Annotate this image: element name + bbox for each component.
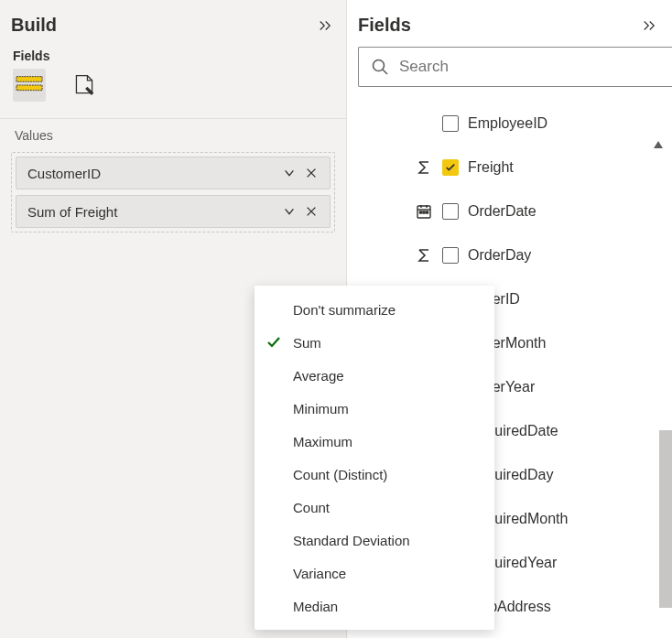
collapse-build-icon[interactable] <box>315 16 335 36</box>
aggregation-option-label: Minimum <box>293 401 349 416</box>
aggregation-option-label: Median <box>293 599 338 614</box>
aggregation-option-label: Sum <box>293 335 321 351</box>
calendar-icon <box>415 203 433 220</box>
aggregation-option-label: Count <box>293 500 330 515</box>
paginated-visual-button[interactable] <box>68 69 101 102</box>
aggregation-option[interactable]: Sum <box>255 326 494 359</box>
check-icon <box>266 334 282 353</box>
pill-remove-button[interactable] <box>300 162 322 184</box>
value-pill-label: Sum of Freight <box>27 204 278 220</box>
aggregation-option-label: Variance <box>293 566 346 581</box>
field-row[interactable]: Freight <box>358 146 672 189</box>
build-fields-label: Fields <box>13 49 335 63</box>
value-pill[interactable]: Sum of Freight <box>16 195 331 228</box>
value-pill-label: CustomerID <box>27 166 278 181</box>
collapse-fields-icon[interactable] <box>639 16 659 36</box>
pill-remove-button[interactable] <box>300 200 322 222</box>
aggregation-option-label: Count (Distinct) <box>293 467 387 482</box>
field-label: OrderDate <box>468 203 537 220</box>
field-checkbox[interactable] <box>442 247 459 264</box>
svg-rect-5 <box>423 211 425 213</box>
field-checkbox[interactable] <box>442 115 459 132</box>
field-checkbox[interactable] <box>442 203 459 220</box>
table-visual-button[interactable] <box>13 69 46 102</box>
build-title: Build <box>11 15 57 36</box>
svg-rect-6 <box>427 211 428 213</box>
aggregation-option[interactable]: Minimum <box>255 392 494 425</box>
field-checkbox[interactable] <box>442 159 459 176</box>
aggregation-option-label: Maximum <box>293 434 352 449</box>
aggregation-menu: Don't summarizeSumAverageMinimumMaximumC… <box>255 286 494 630</box>
pill-dropdown-button[interactable] <box>278 200 300 222</box>
values-field-well[interactable]: CustomerID Sum of Freight <box>11 152 335 232</box>
aggregation-option[interactable]: Count (Distinct) <box>255 458 494 491</box>
aggregation-option[interactable]: Count <box>255 491 494 524</box>
aggregation-option[interactable]: Maximum <box>255 425 494 458</box>
values-label: Values <box>15 128 335 143</box>
svg-point-2 <box>374 60 385 71</box>
field-row[interactable]: OrderDate <box>358 189 672 233</box>
field-label: Freight <box>468 159 514 176</box>
aggregation-option[interactable]: Median <box>255 589 494 622</box>
sigma-icon <box>415 247 433 264</box>
fields-title: Fields <box>358 15 411 36</box>
svg-rect-0 <box>16 77 42 82</box>
scrollbar-thumb[interactable] <box>659 430 672 608</box>
sigma-icon <box>415 159 433 176</box>
scroll-up-icon[interactable] <box>654 135 663 152</box>
field-label: OrderDay <box>468 247 531 264</box>
field-row[interactable]: OrderDay <box>358 233 672 277</box>
aggregation-option-label: Don't summarize <box>293 302 396 318</box>
aggregation-option[interactable]: Average <box>255 359 494 392</box>
aggregation-option-label: Standard Deviation <box>293 533 410 548</box>
svg-rect-4 <box>420 211 422 213</box>
aggregation-option[interactable]: Don't summarize <box>255 293 494 326</box>
aggregation-option[interactable]: Variance <box>255 557 494 589</box>
search-input[interactable] <box>358 47 672 87</box>
field-label: EmployeeID <box>468 115 547 132</box>
pill-dropdown-button[interactable] <box>278 162 300 184</box>
svg-rect-1 <box>16 85 42 91</box>
aggregation-option[interactable]: Standard Deviation <box>255 524 494 557</box>
aggregation-option-label: Average <box>293 368 344 384</box>
search-icon <box>371 58 389 80</box>
value-pill[interactable]: CustomerID <box>16 157 331 189</box>
field-row[interactable]: EmployeeID <box>358 102 672 146</box>
